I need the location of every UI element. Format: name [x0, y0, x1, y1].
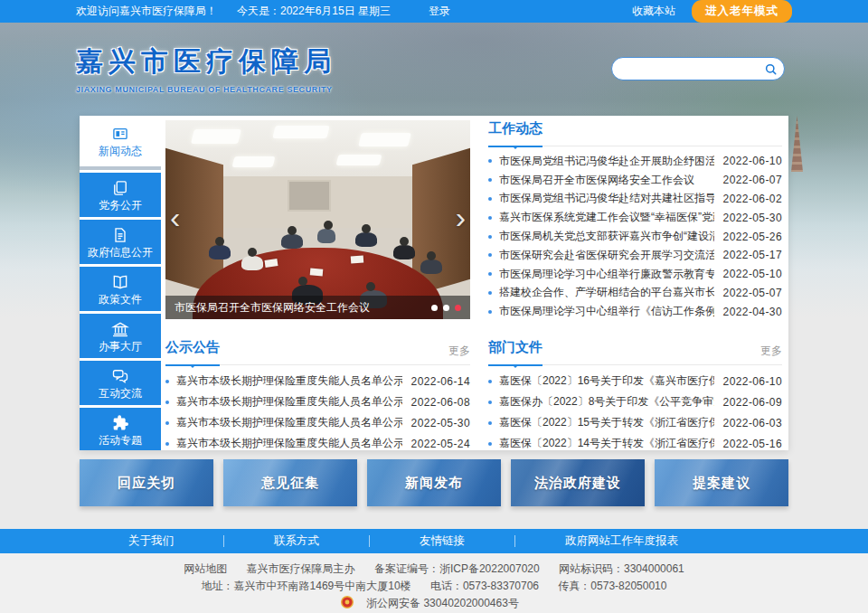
photo-shape [232, 156, 276, 167]
list-item[interactable]: 嘉兴市本级长期护理保险重度失能人员名单公示（2...2022-06-08 [165, 391, 470, 412]
footnav-annual-report[interactable]: 政府网站工作年度报表 [565, 533, 678, 549]
list-item[interactable]: 市医保局理论学习中心组举行《信访工作条例》专题...2022-04-30 [488, 302, 782, 321]
list-item[interactable]: 市医保局党组书记冯俊华赴结对共建社区指导全国文...2022-06-02 [488, 190, 782, 209]
search-input[interactable] [612, 62, 757, 75]
banner-label: 法治政府建设 [534, 475, 621, 492]
more-link[interactable]: 更多 [448, 344, 470, 359]
list-item[interactable]: 嘉兴市本级长期护理保险重度失能人员名单公示（2...2022-06-14 [165, 371, 470, 391]
section-header: 公示公告 更多 [165, 339, 470, 365]
list-item[interactable]: 市医保局机关党总支部获评嘉兴市争创“建设清廉机...2022-05-26 [488, 227, 782, 246]
item-title[interactable]: 嘉医保办〔2022〕8号关于印发《公平竞争审查... [499, 394, 714, 410]
list-item[interactable]: 嘉兴市本级长期护理保险重度失能人员名单公示（2...2022-05-30 [165, 412, 470, 433]
list-item[interactable]: 市医保局理论学习中心组举行廉政警示教育专题学习...2022-05-10 [488, 265, 782, 284]
sidebar-item-activities[interactable]: 活动专题 [80, 408, 161, 450]
item-title[interactable]: 市医保局机关党总支部获评嘉兴市争创“建设清廉机... [499, 229, 714, 244]
topbar: 欢迎访问嘉兴市医疗保障局！ 今天是：2022年6月15日 星期三 登录 收藏本站… [0, 0, 868, 23]
login-link[interactable]: 登录 [429, 4, 450, 19]
sidebar-item-news[interactable]: 新闻动态 [80, 116, 161, 166]
sidebar-item-gov-info[interactable]: 政府信息公开 [80, 220, 161, 264]
item-title[interactable]: 嘉兴市本级长期护理保险重度失能人员名单公示（2... [176, 373, 402, 389]
bullet-icon [165, 442, 169, 446]
banner-rule-of-law[interactable]: 法治政府建设 [511, 459, 645, 506]
item-title[interactable]: 嘉兴市医保系统党建工作会议暨“幸福医保”党建联... [499, 210, 714, 225]
sidebar-item-party-affairs[interactable]: 党务公开 [80, 173, 161, 217]
section-dept-documents: 部门文件 更多 嘉医保〔2022〕16号关于印发《嘉兴市医疗保...2022-0… [488, 339, 782, 450]
item-title[interactable]: 嘉医保〔2022〕15号关于转发《浙江省医疗保... [499, 415, 714, 430]
sidebar-item-label: 活动专题 [99, 435, 142, 447]
item-title[interactable]: 嘉兴市本级长期护理保险重度失能人员名单公示（2... [176, 436, 402, 450]
item-title[interactable]: 市医保局召开全市医保网络安全工作会议 [499, 173, 714, 188]
carousel-caption-bar: 市医保局召开全市医保网络安全工作会议 [165, 296, 470, 319]
photo-shape [310, 268, 324, 276]
list-item[interactable]: 嘉医保〔2022〕15号关于转发《浙江省医疗保...2022-06-03 [488, 412, 782, 433]
docs-list: 嘉医保〔2022〕16号关于印发《嘉兴市医疗保...2022-06-10 嘉医保… [488, 371, 782, 450]
list-item[interactable]: 嘉医保办〔2022〕8号关于印发《公平竞争审查...2022-06-09 [488, 391, 782, 412]
item-title[interactable]: 市医保局党组书记冯俊华赴企开展助企纾困活动 [499, 154, 714, 169]
bullet-icon [488, 216, 492, 220]
address-text: 地址：嘉兴市中环南路1469号中南大厦10楼 [202, 580, 411, 592]
carousel-dot[interactable] [443, 305, 449, 311]
police-record-link[interactable]: 浙公网安备 33040202000463号 [366, 597, 519, 609]
item-date: 2022-05-30 [411, 417, 470, 429]
favorite-link[interactable]: 收藏本站 [632, 4, 675, 19]
elderly-mode-button[interactable]: 进入老年模式 [692, 0, 792, 23]
banner-label: 意见征集 [261, 475, 319, 492]
banner-proposals[interactable]: 提案建议 [655, 459, 788, 506]
carousel[interactable]: ‹ › 市医保局召开全市医保网络安全工作会议 [165, 120, 470, 319]
sidebar-item-policy-files[interactable]: 政策文件 [80, 267, 161, 311]
footnav-about[interactable]: 关于我们 [128, 533, 174, 549]
list-item[interactable]: 嘉兴市医保系统党建工作会议暨“幸福医保”党建联...2022-05-30 [488, 208, 782, 227]
site-subtitle: JIAXING MUNICIPAL BUREAU OF HEALTHCARE S… [76, 85, 336, 94]
bullet-icon [165, 421, 169, 425]
banner-opinion-collection[interactable]: 意见征集 [223, 459, 357, 506]
search-button[interactable] [757, 58, 784, 80]
list-item[interactable]: 嘉医保〔2022〕14号关于转发《浙江省医疗保...2022-05-16 [488, 433, 782, 450]
chat-icon [111, 367, 129, 385]
sidebar-item-service-hall[interactable]: 办事大厅 [80, 314, 161, 358]
carousel-dot-active[interactable] [455, 305, 461, 311]
date-text: 今天是：2022年6月15日 星期三 [237, 4, 391, 19]
list-item[interactable]: 市医保研究会赴省医保研究会开展学习交流活动2022-05-17 [488, 246, 782, 265]
banner-news-release[interactable]: 新闻发布 [367, 459, 501, 506]
footnav-contact[interactable]: 联系方式 [274, 533, 319, 549]
item-title[interactable]: 市医保研究会赴省医保研究会开展学习交流活动 [499, 248, 714, 263]
item-title[interactable]: 嘉兴市本级长期护理保险重度失能人员名单公示（2... [176, 394, 402, 410]
divider [369, 535, 370, 547]
item-title[interactable]: 市医保局理论学习中心组举行《信访工作条例》专题... [499, 304, 714, 319]
item-title[interactable]: 嘉兴市本级长期护理保险重度失能人员名单公示（2... [176, 415, 402, 430]
item-title[interactable]: 嘉医保〔2022〕16号关于印发《嘉兴市医疗保... [499, 373, 714, 389]
footnav-friend-links[interactable]: 友情链接 [420, 533, 465, 549]
list-item[interactable]: 搭建校企合作、产学研相结合的平台嘉兴市长期护理...2022-05-07 [488, 284, 782, 303]
item-date: 2022-04-30 [723, 306, 782, 318]
section-notices: 公示公告 更多 嘉兴市本级长期护理保险重度失能人员名单公示（2...2022-0… [165, 339, 470, 450]
item-title[interactable]: 市医保局理论学习中心组举行廉政警示教育专题学习... [499, 267, 714, 282]
carousel-caption: 市医保局召开全市医保网络安全工作会议 [175, 300, 424, 316]
sidebar-item-label: 互动交流 [99, 388, 142, 400]
section-title: 部门文件 [488, 339, 542, 366]
list-item[interactable]: 嘉兴市本级长期护理保险重度失能人员名单公示（2...2022-05-24 [165, 433, 470, 450]
carousel-prev-arrow[interactable]: ‹ [170, 203, 180, 231]
item-title[interactable]: 嘉医保〔2022〕14号关于转发《浙江省医疗保... [499, 436, 714, 450]
newspaper-icon [111, 125, 129, 143]
carousel-next-arrow[interactable]: › [456, 203, 466, 231]
bullet-icon [488, 421, 492, 425]
book-icon [111, 273, 129, 291]
photo-shape [355, 232, 377, 247]
banner-respond-concerns[interactable]: 回应关切 [80, 459, 213, 506]
photo-shape [420, 259, 442, 274]
item-title[interactable]: 搭建校企合作、产学研相结合的平台嘉兴市长期护理... [499, 285, 714, 300]
list-item[interactable]: 市医保局召开全市医保网络安全工作会议2022-06-07 [488, 171, 782, 190]
sidebar-item-label: 政策文件 [99, 294, 142, 306]
item-title[interactable]: 市医保局党组书记冯俊华赴结对共建社区指导全国文... [499, 191, 714, 206]
list-item[interactable]: 嘉医保〔2022〕16号关于印发《嘉兴市医疗保...2022-06-10 [488, 371, 782, 391]
sitemap-link[interactable]: 网站地图 [184, 562, 227, 575]
sidebar-item-interaction[interactable]: 互动交流 [80, 361, 161, 405]
carousel-dot[interactable] [431, 305, 438, 311]
footer-line-1: 网站地图 嘉兴市医疗保障局主办 备案证编号：浙ICP备2022007020 网站… [0, 561, 868, 578]
banner-label: 提案建议 [693, 475, 750, 492]
item-date: 2022-06-10 [723, 155, 782, 167]
list-item[interactable]: 市医保局党组书记冯俊华赴企开展助企纾困活动2022-06-10 [488, 152, 782, 171]
main-card: 新闻动态 党务公开 政府信息公开 [80, 116, 788, 450]
more-link[interactable]: 更多 [760, 344, 782, 359]
photo-shape [281, 234, 303, 249]
